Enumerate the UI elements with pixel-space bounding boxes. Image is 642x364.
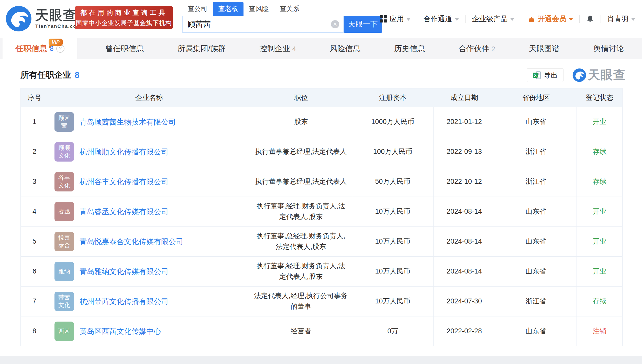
tianyancha-logo[interactable]: 天眼查 TianYanCha.com bbox=[5, 5, 82, 32]
search-area: 查公司查老板查风险查关系 ✕ 天眼一下 bbox=[182, 2, 382, 33]
company-link[interactable]: 青岛雅纳文化传媒有限公司 bbox=[80, 266, 169, 277]
menu-apps[interactable]: 应用 bbox=[380, 14, 411, 24]
company-logo-badge: 谷丰文化 bbox=[54, 172, 74, 191]
column-header-5: 省份地区 bbox=[495, 93, 577, 102]
status-cell: 存续 bbox=[577, 287, 622, 316]
nav-tab-合作伙伴[interactable]: 合作伙伴2 bbox=[459, 43, 495, 54]
menu-partner-label: 合作通道 bbox=[424, 14, 452, 24]
user-menu[interactable]: 肖青羽 bbox=[607, 14, 635, 24]
row-index: 6 bbox=[21, 257, 48, 286]
province-cell: 山东省 bbox=[495, 316, 577, 346]
search-button[interactable]: 天眼一下 bbox=[344, 16, 382, 33]
date-cell: 2022-09-13 bbox=[434, 137, 495, 167]
menu-partner-channel[interactable]: 合作通道 bbox=[424, 14, 459, 24]
row-index: 7 bbox=[21, 287, 48, 316]
search-input[interactable] bbox=[183, 20, 331, 29]
menu-enterprise-label: 企业级产品 bbox=[472, 14, 508, 24]
province-cell: 浙江省 bbox=[495, 137, 577, 167]
divider bbox=[521, 15, 521, 23]
divider bbox=[417, 15, 417, 23]
page-footer-strip bbox=[0, 356, 642, 364]
chevron-down-icon bbox=[569, 18, 573, 21]
position-cell: 经营者 bbox=[250, 316, 352, 346]
column-header-6: 登记状态 bbox=[577, 93, 622, 102]
search-tab-查公司[interactable]: 查公司 bbox=[182, 2, 213, 16]
search-tabs: 查公司查老板查风险查关系 bbox=[182, 2, 382, 16]
table-row: 5悦嘉泰合青岛悦嘉泰合文化传媒有限公司执行董事,总经理,财务负责人,法定代表人,… bbox=[21, 226, 622, 256]
company-logo-badge: 顾茜茜 bbox=[54, 112, 74, 132]
nav-tabs: 曾任职信息所属集团/族群控制企业4风险信息历史信息合作伙伴2天眼图谱舆情讨论 bbox=[77, 38, 642, 59]
divider bbox=[465, 15, 466, 23]
user-name: 肖青羽 bbox=[607, 14, 629, 24]
search-tab-查关系[interactable]: 查关系 bbox=[274, 2, 305, 16]
company-link[interactable]: 青岛顾茜茜生物技术有限公司 bbox=[80, 116, 176, 128]
capital-cell: 1000万人民币 bbox=[352, 107, 434, 137]
date-cell: 2024-08-14 bbox=[434, 257, 495, 286]
company-link[interactable]: 杭州谷丰文化传播有限公司 bbox=[80, 176, 169, 188]
positions-table: 序号企业名称职位注册资本成立日期省份地区登记状态 1顾茜茜青岛顾茜茜生物技术有限… bbox=[20, 88, 623, 346]
nav-tab-舆情讨论[interactable]: 舆情讨论 bbox=[593, 43, 624, 54]
capital-cell: 0万 bbox=[352, 316, 434, 346]
tianyancha-swirl-icon bbox=[5, 5, 32, 32]
position-cell: 执行董事兼总经理,法定代表人 bbox=[250, 167, 352, 197]
date-cell: 2024-07-30 bbox=[434, 287, 495, 316]
apps-grid-icon bbox=[380, 15, 387, 22]
nav-tab-历史信息[interactable]: 历史信息 bbox=[394, 43, 425, 54]
notification-bell[interactable] bbox=[586, 15, 594, 23]
company-link[interactable]: 杭州顾顺文化传播有限公司 bbox=[80, 146, 169, 158]
menu-enterprise-products[interactable]: 企业级产品 bbox=[472, 14, 514, 24]
search-tab-查老板[interactable]: 查老板 bbox=[213, 2, 243, 16]
export-label: 导出 bbox=[544, 71, 558, 80]
nav-tab-曾任职信息[interactable]: 曾任职信息 bbox=[105, 43, 144, 54]
menu-vip[interactable]: 开通会员 bbox=[527, 14, 573, 24]
province-cell: 山东省 bbox=[495, 257, 577, 286]
row-index: 5 bbox=[21, 227, 48, 256]
nav-tab-count: 2 bbox=[491, 45, 495, 53]
nav-tab-count: 4 bbox=[292, 45, 296, 53]
row-index: 2 bbox=[21, 137, 48, 167]
top-menu: 应用 合作通道 企业级产品 开通会员 bbox=[380, 0, 635, 38]
table-row: 2顾顺文化杭州顾顺文化传播有限公司执行董事兼总经理,法定代表人100万人民币20… bbox=[21, 137, 622, 167]
company-logo-badge: 西茜 bbox=[54, 322, 74, 341]
company-cell: 雅纳青岛雅纳文化传媒有限公司 bbox=[48, 257, 250, 286]
promo-line-2: 国家中小企业发展子基金旗下机构 bbox=[76, 19, 172, 27]
date-cell: 2024-08-14 bbox=[434, 197, 495, 226]
company-cell: 西茜黄岛区西茜文化传媒中心 bbox=[48, 316, 250, 346]
promo-banner[interactable]: 都在用的商业查询工具 国家中小企业发展子基金旗下机构 bbox=[75, 6, 173, 29]
divider bbox=[579, 15, 580, 23]
search-tab-查风险[interactable]: 查风险 bbox=[243, 2, 274, 16]
company-link[interactable]: 黄岛区西茜文化传媒中心 bbox=[80, 326, 161, 337]
company-link[interactable]: 杭州带茜文化传播有限公司 bbox=[80, 296, 169, 307]
table-row: 6雅纳青岛雅纳文化传媒有限公司执行董事,经理,财务负责人,法定代表人,股东10万… bbox=[21, 256, 622, 286]
status-cell: 存续 bbox=[577, 167, 622, 197]
company-logo-badge: 悦嘉泰合 bbox=[54, 232, 74, 251]
company-cell: 带茜文化杭州带茜文化传播有限公司 bbox=[48, 287, 250, 316]
nav-tab-active[interactable]: 任职信息 8 ? VIP bbox=[3, 38, 77, 59]
nav-tab-控制企业[interactable]: 控制企业4 bbox=[260, 43, 296, 54]
company-link[interactable]: 青岛悦嘉泰合文化传媒有限公司 bbox=[80, 236, 183, 247]
chevron-down-icon bbox=[631, 18, 635, 21]
nav-tab-所属集团/族群[interactable]: 所属集团/族群 bbox=[178, 43, 226, 54]
menu-apps-label: 应用 bbox=[390, 14, 404, 24]
status-cell: 开业 bbox=[577, 107, 622, 137]
export-button[interactable]: X 导出 bbox=[527, 68, 563, 82]
svg-text:X: X bbox=[534, 73, 537, 77]
nav-tab-天眼图谱[interactable]: 天眼图谱 bbox=[529, 43, 560, 54]
province-cell: 浙江省 bbox=[495, 167, 577, 197]
position-cell: 执行董事兼总经理,法定代表人 bbox=[250, 137, 352, 167]
company-link[interactable]: 青岛睿丞文化传媒有限公司 bbox=[80, 206, 169, 218]
column-header-3: 注册资本 bbox=[352, 93, 434, 102]
province-cell: 山东省 bbox=[495, 107, 577, 137]
company-cell: 谷丰文化杭州谷丰文化传播有限公司 bbox=[48, 167, 250, 197]
status-cell: 注销 bbox=[577, 316, 622, 346]
date-cell: 2022-02-28 bbox=[434, 316, 495, 346]
position-cell: 法定代表人,经理,执行公司事务的董事 bbox=[250, 287, 352, 316]
status-cell: 开业 bbox=[577, 197, 622, 226]
clear-icon[interactable]: ✕ bbox=[331, 20, 339, 28]
nav-tab-风险信息[interactable]: 风险信息 bbox=[330, 43, 360, 54]
capital-cell: 10万人民币 bbox=[352, 197, 434, 226]
status-cell: 开业 bbox=[577, 257, 622, 286]
province-cell: 山东省 bbox=[495, 197, 577, 226]
row-index: 1 bbox=[21, 107, 48, 137]
date-cell: 2024-08-14 bbox=[434, 227, 495, 256]
